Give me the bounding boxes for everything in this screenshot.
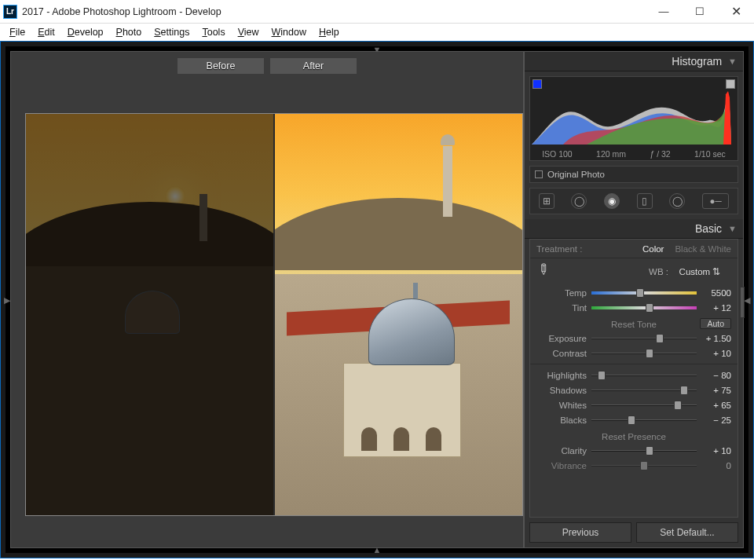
maximize-button[interactable]: ☐ — [682, 0, 718, 24]
blacks-value[interactable]: − 25 — [697, 415, 731, 425]
after-image — [274, 114, 522, 515]
reset-tone[interactable]: Reset Tone — [611, 320, 657, 329]
graduated-filter-tool[interactable]: ▯ — [637, 193, 653, 209]
highlights-label: Highlights — [536, 371, 591, 380]
panel-footer: Previous Set Default... — [525, 518, 743, 547]
left-panel-toggle[interactable]: ▶ — [4, 295, 10, 305]
radial-filter-tool[interactable]: ◯ — [669, 193, 685, 209]
histo-focal: 120 mm — [596, 149, 626, 159]
local-adjustment-toolstrip: ⊞ ◯ ◉ ▯ ◯ ●─ — [529, 188, 738, 214]
set-default-button[interactable]: Set Default... — [636, 522, 738, 543]
tone-subhead: Reset Tone Auto — [530, 315, 738, 331]
temp-value[interactable]: 5500 — [697, 288, 731, 298]
spot-removal-tool[interactable]: ◯ — [571, 193, 587, 209]
treatment-row: Treatment : Color Black & White — [530, 240, 738, 258]
tint-value[interactable]: + 12 — [697, 303, 731, 313]
contrast-slider[interactable] — [591, 349, 697, 358]
eyedropper-icon[interactable]: ✎ — [533, 259, 557, 284]
histo-iso: ISO 100 — [542, 149, 573, 159]
menu-bar: File Edit Develop Photo Settings Tools V… — [0, 24, 754, 41]
contrast-value[interactable]: + 10 — [697, 349, 731, 358]
temp-slider[interactable] — [591, 288, 697, 298]
white-balance-row: ✎ WB : Custom ⇅ — [530, 258, 738, 285]
menu-develop[interactable]: Develop — [68, 27, 104, 38]
adjustment-brush-tool[interactable]: ●─ — [702, 193, 729, 209]
basic-panel: Treatment : Color Black & White ✎ WB : C… — [529, 239, 738, 518]
shadows-value[interactable]: + 75 — [697, 386, 731, 395]
crop-tool[interactable]: ⊞ — [539, 193, 555, 209]
close-button[interactable]: ✕ — [718, 0, 754, 24]
menu-window[interactable]: Window — [272, 27, 306, 38]
tint-slider[interactable] — [591, 303, 697, 313]
histogram-panel-header[interactable]: Histogram ▼ — [525, 52, 743, 71]
vibrance-value[interactable]: 0 — [697, 461, 731, 470]
panel-scrollbar[interactable] — [740, 287, 745, 318]
chevron-down-icon: ▼ — [728, 57, 737, 66]
exposure-value[interactable]: + 1.50 — [697, 334, 731, 343]
menu-help[interactable]: Help — [319, 27, 339, 38]
vibrance-label: Vibrance — [536, 461, 591, 470]
clarity-label: Clarity — [536, 446, 591, 456]
basic-title: Basic — [695, 222, 722, 235]
checkbox-icon — [535, 170, 543, 178]
menu-file[interactable]: File — [9, 27, 25, 38]
treatment-bw[interactable]: Black & White — [675, 244, 731, 254]
auto-tone-button[interactable]: Auto — [700, 318, 731, 329]
contrast-label: Contrast — [536, 349, 591, 358]
menu-photo[interactable]: Photo — [116, 27, 142, 38]
presence-subhead: Reset Presence — [530, 427, 738, 443]
highlights-slider[interactable] — [591, 371, 697, 380]
reset-presence[interactable]: Reset Presence — [602, 432, 666, 441]
tint-slider-row: Tint + 12 — [530, 300, 738, 315]
original-photo-label: Original Photo — [547, 170, 605, 179]
menu-settings[interactable]: Settings — [154, 27, 189, 38]
whites-value[interactable]: + 65 — [697, 401, 731, 410]
tint-label: Tint — [536, 303, 591, 313]
basic-panel-header[interactable]: Basic ▼ — [525, 219, 743, 239]
minimize-button[interactable]: — — [646, 0, 682, 24]
window-title: 2017 - Adobe Photoshop Lightroom - Devel… — [22, 6, 646, 17]
treatment-label: Treatment : — [536, 244, 582, 254]
exposure-label: Exposure — [536, 334, 591, 343]
chevron-down-icon: ▼ — [728, 224, 737, 233]
shadows-slider[interactable] — [591, 386, 697, 395]
whites-slider[interactable] — [591, 401, 697, 410]
wb-preset-dropdown[interactable]: Custom ⇅ — [668, 266, 731, 277]
histogram-graph[interactable]: ISO 100 120 mm ƒ / 32 1/10 sec — [529, 76, 738, 161]
previous-button[interactable]: Previous — [529, 522, 631, 543]
menu-tools[interactable]: Tools — [202, 27, 225, 38]
clarity-value[interactable]: + 10 — [697, 446, 731, 456]
before-image — [26, 114, 274, 515]
highlights-value[interactable]: − 80 — [697, 371, 731, 380]
clarity-slider[interactable] — [591, 446, 697, 456]
compare-divider[interactable] — [273, 114, 275, 515]
app-icon: Lr — [3, 5, 17, 19]
temp-label: Temp — [536, 288, 591, 298]
vibrance-slider[interactable] — [591, 461, 697, 470]
after-label: After — [270, 58, 357, 74]
develop-canvas[interactable]: Before After — [10, 51, 524, 548]
redeye-tool[interactable]: ◉ — [604, 193, 620, 209]
histogram-title: Histogram — [672, 55, 722, 68]
blacks-slider[interactable] — [591, 415, 697, 425]
treatment-color[interactable]: Color — [642, 244, 664, 254]
exposure-slider[interactable] — [591, 334, 697, 343]
whites-label: Whites — [536, 401, 591, 410]
before-label: Before — [178, 58, 264, 74]
app-frame: ▼ ▲ ▶ ◀ Before After — [0, 41, 754, 558]
right-panel-stack: Histogram ▼ ISO 100 120 mm ƒ / 32 1/10 — [524, 51, 744, 548]
wb-label: WB : — [554, 267, 668, 276]
histogram-svg — [532, 88, 736, 145]
shadows-label: Shadows — [536, 386, 591, 395]
histo-aperture: ƒ / 32 — [650, 149, 670, 159]
temp-slider-row: Temp 5500 — [530, 285, 738, 300]
right-panel-toggle[interactable]: ◀ — [744, 295, 750, 305]
histo-shutter: 1/10 sec — [694, 149, 726, 159]
original-photo-toggle[interactable]: Original Photo — [529, 166, 738, 183]
menu-view[interactable]: View — [238, 27, 259, 38]
photo-compare[interactable] — [25, 113, 523, 516]
menu-edit[interactable]: Edit — [38, 27, 55, 38]
blacks-label: Blacks — [536, 415, 591, 425]
window-titlebar: Lr 2017 - Adobe Photoshop Lightroom - De… — [0, 0, 754, 24]
